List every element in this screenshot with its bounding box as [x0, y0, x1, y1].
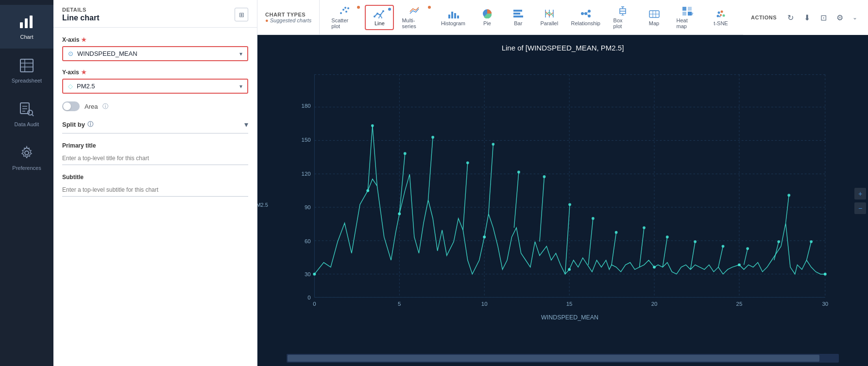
pie-label: Pie: [483, 20, 491, 26]
x-axis-label: X-axis ★: [62, 36, 248, 43]
y-axis-icon: ◇: [68, 83, 73, 90]
svg-line-101: [463, 163, 468, 230]
chart-type-multiseries[interactable]: Multi-series: [396, 3, 434, 32]
right-edge-tools: + −: [854, 188, 868, 214]
svg-point-136: [653, 266, 656, 268]
x-axis-chevron: ▾: [239, 50, 242, 57]
chart-type-histogram[interactable]: Histogram: [436, 6, 471, 29]
scrollbar-thumb[interactable]: [288, 355, 819, 362]
chart-type-boxplot[interactable]: Box plot: [608, 3, 638, 32]
x-axis-required: ★: [81, 36, 86, 43]
svg-text:30: 30: [822, 301, 828, 307]
split-by-info-icon[interactable]: ⓘ: [87, 120, 93, 129]
suggested-label: ● Suggested charts: [265, 17, 311, 23]
chart-scrollbar[interactable]: [287, 354, 839, 363]
refresh-button[interactable]: ↻: [783, 11, 797, 24]
svg-line-115: [639, 228, 644, 267]
sidebar-item-spreadsheet[interactable]: Spreadsheet: [0, 49, 53, 92]
svg-text:30: 30: [305, 271, 311, 277]
svg-point-63: [719, 16, 721, 17]
y-axis-select[interactable]: ◇ PM2.5 ▾: [62, 79, 248, 94]
svg-text:15: 15: [566, 301, 573, 307]
svg-point-138: [824, 273, 827, 276]
bar-icon: [512, 9, 524, 18]
details-title-section: DETAILS Line chart: [62, 7, 99, 22]
settings-button[interactable]: ⚙: [833, 11, 847, 24]
subtitle-label: Subtitle: [62, 174, 248, 181]
svg-line-113: [612, 233, 616, 265]
svg-point-58: [718, 11, 720, 14]
svg-point-118: [666, 235, 669, 238]
svg-point-124: [746, 247, 749, 250]
subtitle-input[interactable]: [62, 183, 248, 197]
y-axis-chevron: ▾: [239, 83, 242, 90]
chart-type-heatmap[interactable]: Heat map: [671, 3, 705, 32]
svg-rect-54: [682, 12, 686, 16]
chart-type-scatter[interactable]: Scatter plot: [325, 3, 363, 32]
svg-text:180: 180: [302, 103, 311, 109]
y-axis-value: PM2.5: [77, 83, 239, 90]
chart-type-parallel[interactable]: Parallel: [535, 6, 564, 29]
collapse-button[interactable]: ⌄: [850, 12, 860, 23]
line-label: Line: [374, 20, 385, 26]
line-icon: [374, 9, 385, 18]
chart-type-line[interactable]: Line: [365, 5, 394, 30]
svg-point-98: [404, 152, 407, 155]
parallel-icon: [544, 9, 555, 18]
svg-point-61: [717, 15, 719, 17]
chart-type-map[interactable]: Map: [640, 6, 669, 29]
svg-rect-24: [448, 15, 450, 18]
expand-button[interactable]: ⊞: [235, 8, 248, 21]
details-panel: DETAILS Line chart ⊞ X-axis ★ ⊙ WINDSPEE…: [53, 0, 257, 366]
svg-rect-53: [688, 7, 692, 11]
zoom-in-button[interactable]: +: [854, 188, 866, 200]
svg-line-129: [807, 242, 812, 260]
share-button[interactable]: ⊡: [817, 11, 830, 24]
svg-rect-26: [454, 13, 456, 18]
relationship-label: Relationship: [571, 20, 600, 26]
download-button[interactable]: ⬇: [800, 11, 814, 24]
chart-type-pie[interactable]: Pie: [473, 6, 502, 29]
svg-point-116: [643, 226, 646, 229]
svg-point-114: [615, 231, 618, 234]
chart-canvas-wrapper: PM2.5: [257, 56, 868, 354]
histogram-icon: [447, 9, 459, 18]
split-by-chevron[interactable]: ▾: [244, 120, 248, 129]
primary-title-label: Primary title: [62, 142, 248, 149]
chart-types-label: CHART TYPES: [265, 12, 306, 17]
svg-line-121: [718, 246, 723, 267]
x-axis-select[interactable]: ⊙ WINDSPEED_MEAN ▾: [62, 46, 248, 61]
details-header-label: DETAILS: [62, 7, 99, 13]
svg-point-106: [517, 171, 520, 174]
svg-point-120: [694, 240, 697, 243]
svg-rect-25: [451, 12, 453, 18]
svg-text:10: 10: [481, 301, 488, 307]
actions-section: ACTIONS ↻ ⬇ ⊡ ⚙ ⌄: [743, 11, 868, 24]
svg-line-96: [373, 126, 377, 186]
svg-rect-27: [457, 16, 459, 18]
svg-text:120: 120: [302, 171, 311, 177]
svg-point-17: [347, 7, 349, 9]
svg-rect-3: [20, 59, 33, 72]
bar-label: Bar: [514, 20, 522, 26]
chart-type-relationship[interactable]: Relationship: [566, 6, 606, 29]
sidebar-item-chart[interactable]: Chart: [0, 5, 53, 49]
svg-rect-31: [513, 10, 522, 12]
line-dot: [388, 8, 391, 11]
area-toggle[interactable]: [62, 101, 80, 111]
svg-point-132: [366, 189, 369, 192]
svg-text:0: 0: [313, 301, 316, 307]
primary-title-input[interactable]: [62, 152, 248, 165]
svg-line-105: [514, 172, 519, 228]
chart-type-tsne[interactable]: t-SNE: [706, 6, 735, 29]
chart-type-bar[interactable]: Bar: [504, 6, 533, 29]
area-info-icon[interactable]: ⓘ: [102, 102, 108, 111]
scatter-dot: [357, 6, 360, 9]
sidebar-item-preferences[interactable]: Preferences: [0, 136, 53, 180]
zoom-out-button[interactable]: −: [854, 202, 866, 214]
split-by-label: Split by ⓘ: [62, 120, 93, 129]
pie-icon: [481, 9, 493, 18]
svg-point-133: [398, 213, 401, 216]
sidebar-item-data-audit[interactable]: Data Audit: [0, 92, 53, 136]
chart-top-bar: CHART TYPES ● Suggested charts Scatter p…: [257, 0, 868, 35]
